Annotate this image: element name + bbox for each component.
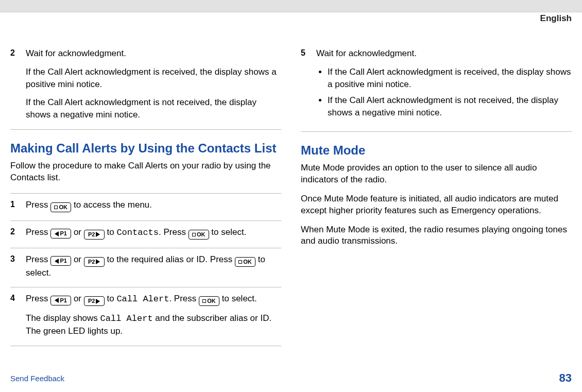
p2-button-icon: P2 <box>84 257 105 267</box>
section-heading-mute-mode: Mute Mode <box>301 143 572 158</box>
body-paragraph: Once Mute Mode feature is initiated, all… <box>301 193 572 217</box>
text-fragment: Press <box>26 200 50 210</box>
text-fragment: or <box>71 294 84 303</box>
step-number: 2 <box>10 47 19 121</box>
step-text: Wait for acknowledgment. <box>26 47 281 60</box>
p2-button-icon: P2 <box>84 296 105 306</box>
step-body: Wait for acknowledgment. If the Call Ale… <box>316 47 572 123</box>
menu-label: Call Alert <box>116 294 169 304</box>
procedure-step-1: 1 Press OK to access the menu. <box>10 193 281 220</box>
step-number: 2 <box>10 226 19 240</box>
text-fragment: . Press <box>169 294 199 303</box>
window-titlebar <box>0 0 582 12</box>
procedure-step-2: 2 Press P1 or P2 to Contacts. Press OK t… <box>10 220 281 248</box>
step-body: Press P1 or P2 to Contacts. Press OK to … <box>26 226 281 240</box>
text-fragment: Press <box>26 294 50 303</box>
p1-button-icon: P1 <box>50 296 71 305</box>
step-number: 3 <box>10 253 19 279</box>
text-fragment: to <box>105 294 117 303</box>
ok-button-icon: OK <box>235 257 255 267</box>
ok-button-icon: OK <box>189 230 209 240</box>
step-body: Press P1 or P2 to the required alias or … <box>26 253 281 279</box>
ok-button-icon: OK <box>50 202 71 212</box>
p1-button-icon: P1 <box>50 256 71 266</box>
step-text: If the Call Alert acknowledgment is not … <box>26 96 281 121</box>
step-body: Press P1 or P2 to Call Alert. Press OK t… <box>26 293 281 337</box>
menu-label: Call Alert <box>100 314 153 323</box>
prev-section-step-2: 2 Wait for acknowledgment. If the Call A… <box>10 42 281 130</box>
body-paragraph: Mute Mode provides an option to the user… <box>301 162 572 186</box>
text-fragment: to the required alias or ID. Press <box>105 254 235 264</box>
procedure-step-5: 5 Wait for acknowledgment. If the Call A… <box>301 42 572 132</box>
text-fragment: to access the menu. <box>71 200 152 210</box>
text-fragment: . Press <box>159 227 189 237</box>
step-bullet-list: If the Call Alert acknowledgment is rece… <box>316 66 572 119</box>
page-footer: Send Feedback 83 <box>10 371 572 385</box>
body-paragraph: When Mute Mode is exited, the radio resu… <box>301 224 572 248</box>
text-fragment: to select. <box>219 294 257 303</box>
bullet-item: If the Call Alert acknowledgment is rece… <box>328 66 572 91</box>
menu-label: Contacts <box>116 228 159 237</box>
procedure-step-3: 3 Press P1 or P2 to the required alias o… <box>10 248 281 288</box>
page-number: 83 <box>559 371 572 385</box>
procedure-step-4: 4 Press P1 or P2 to Call Alert. Press OK… <box>10 287 281 346</box>
step-text: Press OK to access the menu. <box>26 199 281 212</box>
text-fragment: to select. <box>209 227 247 237</box>
text-fragment: to <box>105 227 117 237</box>
send-feedback-link[interactable]: Send Feedback <box>10 374 64 383</box>
step-body: Press OK to access the menu. <box>26 199 281 212</box>
step-text: Press P1 or P2 to Call Alert. Press OK t… <box>26 293 281 306</box>
text-fragment: or <box>71 254 84 264</box>
step-text: If the Call Alert acknowledgment is rece… <box>26 66 281 91</box>
text-fragment: Press <box>26 254 50 264</box>
step-text: Press P1 or P2 to the required alias or … <box>26 253 281 279</box>
text-fragment: The display shows <box>26 313 100 323</box>
section-intro: Follow the procedure to make Call Alerts… <box>10 160 281 184</box>
ok-button-icon: OK <box>199 296 219 306</box>
text-fragment: or <box>71 227 84 237</box>
step-text: Press P1 or P2 to Contacts. Press OK to … <box>26 226 281 240</box>
p1-button-icon: P1 <box>50 229 71 238</box>
step-body: Wait for acknowledgment. If the Call Ale… <box>26 47 281 121</box>
step-text: The display shows Call Alert and the sub… <box>26 312 281 337</box>
step-text: Wait for acknowledgment. <box>316 47 572 60</box>
p2-button-icon: P2 <box>84 230 105 240</box>
step-number: 5 <box>301 47 309 123</box>
text-fragment: Press <box>26 227 50 237</box>
step-number: 1 <box>10 199 19 212</box>
bullet-item: If the Call Alert acknowledgment is not … <box>328 94 572 119</box>
page-content: 2 Wait for acknowledgment. If the Call A… <box>0 12 582 363</box>
section-heading-call-alerts: Making Call Alerts by Using the Contacts… <box>10 141 281 156</box>
step-number: 4 <box>10 293 19 337</box>
